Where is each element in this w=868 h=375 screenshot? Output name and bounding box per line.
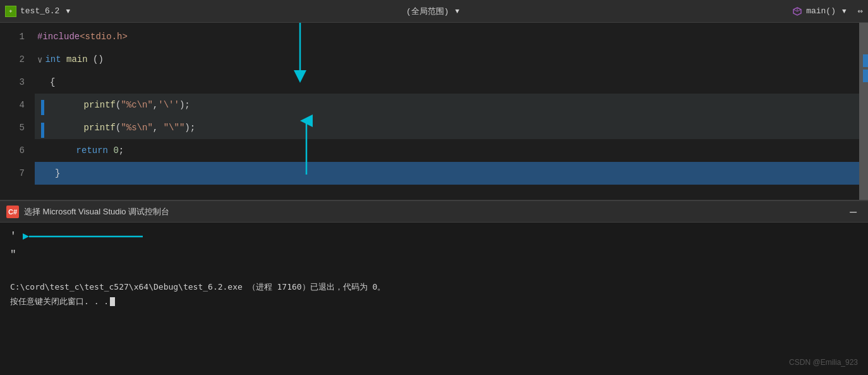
mini-mark-2 [863, 70, 868, 82]
editor-scrollbar[interactable] [859, 23, 868, 200]
toolbar-middle: (全局范围) ▼ [291, 6, 577, 17]
console-output-1: ' [10, 228, 858, 246]
mini-marks [863, 54, 868, 82]
file-icon: + [5, 6, 16, 17]
code-line-2: ∨int main () [35, 48, 859, 71]
line-num-2: 2 [0, 48, 25, 71]
breakpoint-4 [37, 99, 47, 116]
svg-line-2 [793, 9, 797, 11]
code-line-7: } [35, 162, 859, 185]
file-icon-label: + [9, 8, 12, 15]
toolbar: + test_6.2 ▼ (全局范围) ▼ main() ▼ ⇔ [0, 0, 868, 23]
scope-dropdown-btn[interactable]: ▼ [453, 6, 462, 16]
output-char-1: ' [10, 228, 16, 246]
code-text-1: #include [37, 32, 80, 42]
func-label[interactable]: main() [806, 6, 836, 16]
watermark: CSDN @Emilia_923 [789, 356, 858, 370]
code-line-6: return 0; [35, 139, 859, 162]
breakpoint-5 [37, 121, 47, 139]
output-char-2: " [10, 246, 16, 264]
code-content[interactable]: #include<stdio.h> ∨int main () { printf(… [35, 23, 859, 200]
scrollbar-thumb[interactable] [859, 23, 868, 200]
code-line-3: { [35, 71, 859, 94]
console-title: 选择 Microsoft Visual Studio 调试控制台 [24, 206, 845, 218]
code-line-4: printf("%c\n",'\''); [35, 94, 859, 116]
console-path-line: C:\cord\test_c\test_c527\x64\Debug\test_… [10, 280, 858, 294]
prompt-text: 按任意键关闭此窗口. . . [10, 294, 109, 309]
cube-icon [792, 6, 802, 16]
line-num-4: 4 [0, 94, 25, 116]
console-icon-text: C# [8, 208, 17, 216]
console-output-2: " [10, 246, 858, 264]
cursor [110, 297, 115, 306]
line-num-6: 6 [0, 139, 25, 162]
code-line-1: #include<stdio.h> [35, 25, 859, 48]
teal-arrow-left [23, 228, 149, 245]
console-window: C# 选择 Microsoft Visual Studio 调试控制台 — ' … [0, 201, 868, 375]
console-prompt-line: 按任意键关闭此窗口. . . [10, 294, 858, 309]
toolbar-left: + test_6.2 ▼ [5, 6, 291, 17]
editor-area: 1 2 3 4 5 6 7 #include<stdio.h> ∨int mai… [0, 23, 868, 200]
code-line-5: printf("%s\n", "\""); [35, 116, 859, 139]
svg-line-3 [797, 9, 801, 11]
mini-mark-1 [863, 54, 868, 67]
line-numbers: 1 2 3 4 5 6 7 [0, 23, 35, 200]
toolbar-right: main() ▼ ⇔ [577, 6, 863, 16]
console-icon: C# [6, 206, 19, 218]
scope-label[interactable]: (全局范围) [406, 6, 449, 17]
line-num-5: 5 [0, 116, 25, 139]
console-minimize-btn[interactable]: — [845, 206, 862, 218]
file-dropdown-btn[interactable]: ▼ [63, 6, 73, 16]
expand-btn[interactable]: ⇔ [858, 6, 863, 16]
console-body: ' " C:\cord\test_c\test_c527\x64\Debug\t… [0, 223, 868, 375]
line-num-7: 7 [0, 162, 25, 185]
fold-indicator: ∨ [37, 54, 42, 65]
console-titlebar: C# 选择 Microsoft Visual Studio 调试控制台 — [0, 201, 868, 223]
console-blank-line [10, 264, 858, 274]
func-dropdown-btn[interactable]: ▼ [840, 6, 849, 16]
line-num-3: 3 [0, 71, 25, 94]
line-num-1: 1 [0, 25, 25, 48]
file-title[interactable]: test_6.2 [20, 6, 59, 16]
